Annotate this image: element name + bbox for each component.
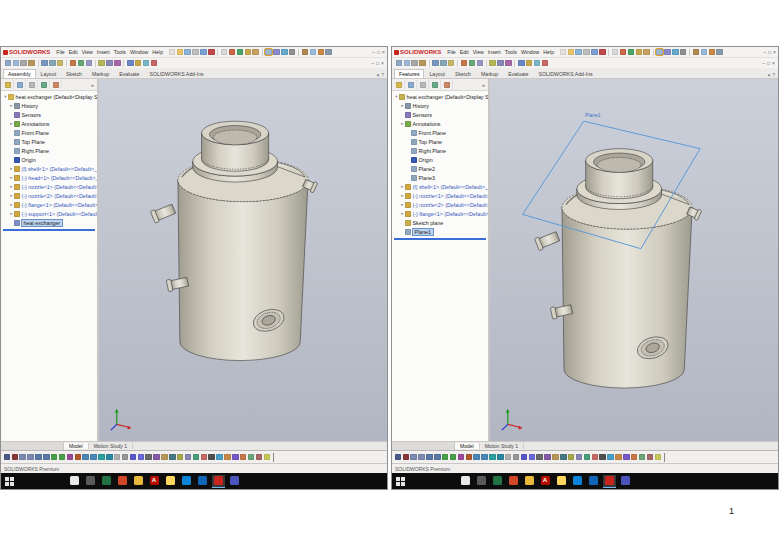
teams-icon[interactable] bbox=[619, 475, 632, 488]
edge-icon[interactable] bbox=[180, 475, 193, 488]
reference-plane-icon[interactable] bbox=[656, 49, 663, 56]
mass-properties-icon[interactable] bbox=[106, 60, 113, 67]
menu-tools[interactable]: Tools bbox=[503, 49, 519, 55]
solidworks-taskbar-icon[interactable] bbox=[212, 475, 225, 488]
component-icon[interactable] bbox=[526, 60, 533, 67]
panel-overflow-chevron[interactable]: » bbox=[91, 82, 96, 88]
tree-item[interactable]: ▸History bbox=[1, 101, 97, 110]
view-orientation-icon[interactable] bbox=[41, 60, 48, 67]
smart-dimension-icon[interactable] bbox=[237, 49, 244, 56]
interference-icon[interactable] bbox=[151, 60, 158, 67]
check-entity-icon[interactable] bbox=[193, 454, 200, 461]
shaded-edges-icon[interactable] bbox=[138, 454, 145, 461]
select-icon[interactable] bbox=[612, 49, 619, 56]
linear-pattern-icon[interactable] bbox=[672, 49, 679, 56]
sensors-toolbar-icon[interactable] bbox=[114, 60, 121, 67]
view-right-icon[interactable] bbox=[43, 454, 50, 461]
previous-view-icon[interactable] bbox=[411, 60, 418, 67]
new-document-icon[interactable] bbox=[560, 49, 567, 56]
zoom-in-icon[interactable] bbox=[473, 454, 480, 461]
scene-tool-icon[interactable] bbox=[639, 454, 646, 461]
wireframe-icon[interactable] bbox=[505, 454, 512, 461]
pan-icon[interactable] bbox=[489, 454, 496, 461]
symmetry-check-icon[interactable] bbox=[623, 454, 630, 461]
shaded-icon[interactable] bbox=[130, 454, 137, 461]
tree-item[interactable]: ▸Annotations bbox=[1, 119, 97, 128]
undo-icon[interactable] bbox=[200, 49, 207, 56]
tree-item[interactable]: Plane1 bbox=[392, 227, 488, 236]
macro-stop-icon[interactable] bbox=[403, 454, 410, 461]
photos-icon[interactable] bbox=[132, 475, 145, 488]
camera-icon[interactable] bbox=[84, 475, 97, 488]
tree-item[interactable]: ▸(-) nozzle<2> (Default<<Default>_Displa… bbox=[392, 200, 488, 209]
hidden-lines-icon[interactable] bbox=[122, 454, 129, 461]
file-explorer-icon[interactable] bbox=[555, 475, 568, 488]
mate-icon[interactable] bbox=[127, 60, 134, 67]
tab-assembly[interactable]: Assembly bbox=[3, 69, 36, 78]
draft-analysis-icon[interactable] bbox=[607, 454, 614, 461]
apply-scene-icon[interactable] bbox=[78, 60, 85, 67]
configuration-manager-tab-icon[interactable] bbox=[26, 80, 38, 89]
acrobat-icon[interactable]: A bbox=[539, 475, 552, 488]
tree-item[interactable]: Sketch plane bbox=[392, 218, 488, 227]
doc-tab-motion-study-1[interactable]: Motion Study 1 bbox=[480, 443, 524, 449]
section-tool-icon[interactable] bbox=[161, 454, 168, 461]
view-settings-icon[interactable] bbox=[325, 49, 332, 56]
view-front-icon[interactable] bbox=[410, 454, 417, 461]
measure-icon[interactable] bbox=[98, 60, 105, 67]
menu-insert[interactable]: Insert bbox=[486, 49, 503, 55]
save-icon[interactable] bbox=[184, 49, 191, 56]
tree-item[interactable]: ▸(-) nozzle<1> (Default<<Default>_Displa… bbox=[1, 182, 97, 191]
photos-icon[interactable] bbox=[523, 475, 536, 488]
tree-item[interactable]: ▸(-) nozzle<1> (Default<<Default>_Displa… bbox=[392, 191, 488, 200]
powerpoint-icon[interactable] bbox=[507, 475, 520, 488]
tree-item[interactable]: Origin bbox=[392, 155, 488, 164]
curvature-icon[interactable] bbox=[592, 454, 599, 461]
wireframe-icon[interactable] bbox=[114, 454, 121, 461]
tree-item[interactable]: ▸History bbox=[392, 101, 488, 110]
tab-sketch[interactable]: Sketch bbox=[61, 69, 87, 78]
powerpoint-icon[interactable] bbox=[116, 475, 129, 488]
view-top-icon[interactable] bbox=[442, 454, 449, 461]
acrobat-icon[interactable]: A bbox=[148, 475, 161, 488]
menu-edit[interactable]: Edit bbox=[458, 49, 471, 55]
appearance-icon[interactable] bbox=[318, 49, 325, 56]
lighting-icon[interactable] bbox=[264, 454, 271, 461]
symmetry-check-icon[interactable] bbox=[232, 454, 239, 461]
view-top-icon[interactable] bbox=[51, 454, 58, 461]
edit-appearance-icon[interactable] bbox=[461, 60, 468, 67]
view-bottom-icon[interactable] bbox=[450, 454, 457, 461]
doc-minimize-icon[interactable]: – bbox=[762, 60, 765, 66]
view-settings-icon[interactable] bbox=[716, 49, 723, 56]
tree-item[interactable]: ▸(-) nozzle<2> (Default<<Default>_Displa… bbox=[1, 191, 97, 200]
print-icon[interactable] bbox=[192, 49, 199, 56]
display-manager-tab-icon[interactable] bbox=[441, 80, 453, 89]
shadows-icon[interactable] bbox=[145, 454, 152, 461]
teams-icon[interactable] bbox=[228, 475, 241, 488]
component-icon[interactable] bbox=[135, 60, 142, 67]
zoom-out-icon[interactable] bbox=[90, 454, 97, 461]
property-manager-tab-icon[interactable] bbox=[14, 80, 26, 89]
new-document-icon[interactable] bbox=[169, 49, 176, 56]
previous-view-icon[interactable] bbox=[20, 60, 27, 67]
open-document-icon[interactable] bbox=[177, 49, 184, 56]
linear-pattern-icon[interactable] bbox=[281, 49, 288, 56]
view-dimetric-icon[interactable] bbox=[466, 454, 473, 461]
tree-item[interactable]: ▸(-) flange<1> (Default<<Default>_Displa… bbox=[392, 209, 488, 218]
tree-item[interactable]: Front Plane bbox=[1, 128, 97, 137]
tree-item[interactable]: ▸Annotations bbox=[392, 119, 488, 128]
dimxpert-manager-tab-icon[interactable] bbox=[38, 80, 50, 89]
tab-evaluate[interactable]: Evaluate bbox=[503, 69, 533, 78]
view-back-icon[interactable] bbox=[418, 454, 425, 461]
view-setting-icon[interactable] bbox=[86, 60, 93, 67]
tab-layout[interactable]: Layout bbox=[424, 69, 450, 78]
doc-restore-icon[interactable]: □ bbox=[376, 60, 379, 66]
edge-icon[interactable] bbox=[571, 475, 584, 488]
mass-props-icon[interactable] bbox=[576, 454, 583, 461]
menu-view[interactable]: View bbox=[80, 49, 95, 55]
menu-tools[interactable]: Tools bbox=[112, 49, 128, 55]
menu-window[interactable]: Window bbox=[128, 49, 150, 55]
hidden-lines-icon[interactable] bbox=[513, 454, 520, 461]
vessel-model-with-plane[interactable] bbox=[490, 79, 778, 441]
exploded-view-icon[interactable] bbox=[143, 60, 150, 67]
